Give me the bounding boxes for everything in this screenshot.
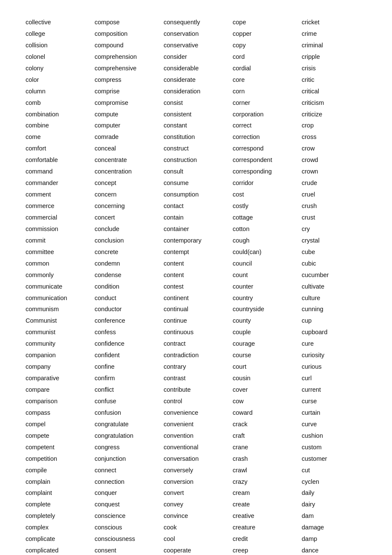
word-item: could(can): [233, 247, 302, 257]
word-item: contrary: [164, 361, 233, 372]
column-1: collectivecollegecollisioncolonelcolonyc…: [26, 17, 95, 555]
word-item: conclude: [95, 224, 164, 234]
word-item: conservative: [164, 40, 233, 51]
word-item: cross: [302, 132, 371, 142]
word-item: commander: [26, 178, 95, 188]
word-item: cube: [302, 247, 371, 257]
word-item: comment: [26, 189, 95, 200]
word-item: conversation: [164, 454, 233, 464]
word-item: container: [164, 224, 233, 234]
word-item: coward: [233, 408, 302, 418]
word-item: combine: [26, 120, 95, 131]
word-item: cripple: [302, 52, 371, 62]
word-item: confusion: [95, 408, 164, 418]
word-item: cooperate: [164, 545, 233, 555]
word-item: creep: [233, 545, 302, 555]
word-item: comfort: [26, 143, 95, 154]
word-item: connect: [95, 465, 164, 476]
word-item: conservation: [164, 29, 233, 39]
column-2: composecompositioncompoundcomprehensionc…: [95, 17, 164, 555]
word-item: compare: [26, 384, 95, 395]
word-item: consciousness: [95, 534, 164, 544]
word-item: collision: [26, 40, 95, 51]
word-item: crawl: [233, 465, 302, 476]
word-item: convention: [164, 431, 233, 441]
word-item: courage: [233, 338, 302, 349]
word-item: color: [26, 75, 95, 85]
word-item: commission: [26, 224, 95, 234]
word-item: creative: [233, 511, 302, 521]
word-item: conceal: [95, 143, 164, 154]
word-item: corresponding: [233, 166, 302, 177]
word-item: complete: [26, 499, 95, 510]
word-item: count: [233, 270, 302, 280]
word-item: cough: [233, 235, 302, 246]
word-item: crow: [302, 143, 371, 154]
word-item: control: [164, 396, 233, 407]
word-item: confine: [95, 361, 164, 372]
word-item: content: [164, 270, 233, 280]
word-item: curse: [302, 396, 371, 407]
word-item: critical: [302, 86, 371, 97]
word-item: cup: [302, 315, 371, 326]
word-item: course: [233, 350, 302, 361]
word-item: criminal: [302, 40, 371, 51]
word-item: confess: [95, 327, 164, 338]
word-item: daily: [302, 488, 371, 498]
word-item: communism: [26, 304, 95, 315]
word-item: cruel: [302, 189, 371, 200]
word-item: custom: [302, 442, 371, 453]
column-3: consequentlyconservationconservativecons…: [164, 17, 233, 555]
word-item: condition: [95, 281, 164, 292]
word-item: damp: [302, 534, 371, 544]
word-item: crane: [233, 442, 302, 453]
word-item: compass: [26, 408, 95, 418]
word-item: condemn: [95, 258, 164, 269]
word-grid: collectivecollegecollisioncolonelcolonyc…: [26, 17, 371, 555]
word-item: creature: [233, 522, 302, 533]
word-item: copper: [233, 29, 302, 39]
word-item: convey: [164, 499, 233, 510]
word-item: colonel: [26, 52, 95, 62]
word-item: cure: [302, 338, 371, 349]
word-item: cut: [302, 465, 371, 476]
word-item: comprise: [95, 86, 164, 97]
word-item: consist: [164, 98, 233, 108]
word-item: crazy: [233, 477, 302, 487]
word-item: constant: [164, 120, 233, 131]
column-5: cricketcrimecriminalcripplecrisiscriticc…: [302, 17, 371, 555]
word-item: condense: [95, 270, 164, 280]
word-item: curtain: [302, 408, 371, 418]
word-item: cricket: [302, 17, 371, 28]
word-item: crack: [233, 419, 302, 430]
word-item: dam: [302, 511, 371, 521]
word-item: concrete: [95, 247, 164, 257]
word-item: credit: [233, 534, 302, 544]
word-item: commit: [26, 235, 95, 246]
word-item: concert: [95, 212, 164, 223]
word-item: contest: [164, 281, 233, 292]
word-item: conclusion: [95, 235, 164, 246]
word-item: contain: [164, 212, 233, 223]
word-item: college: [26, 29, 95, 39]
word-item: construction: [164, 155, 233, 165]
word-item: connection: [95, 477, 164, 487]
word-item: cordial: [233, 63, 302, 74]
word-item: competition: [26, 454, 95, 464]
word-item: conduct: [95, 293, 164, 304]
word-item: cream: [233, 488, 302, 498]
word-item: dance: [302, 545, 371, 555]
word-item: cultivate: [302, 281, 371, 292]
word-item: current: [302, 384, 371, 395]
word-item: consume: [164, 178, 233, 188]
word-item: competent: [26, 442, 95, 453]
word-item: contemporary: [164, 235, 233, 246]
word-item: companion: [26, 350, 95, 361]
word-item: concentrate: [95, 155, 164, 165]
word-item: crystal: [302, 235, 371, 246]
word-item: consequently: [164, 17, 233, 28]
word-item: complain: [26, 477, 95, 487]
word-item: culture: [302, 293, 371, 304]
word-item: common: [26, 258, 95, 269]
word-item: copy: [233, 40, 302, 51]
